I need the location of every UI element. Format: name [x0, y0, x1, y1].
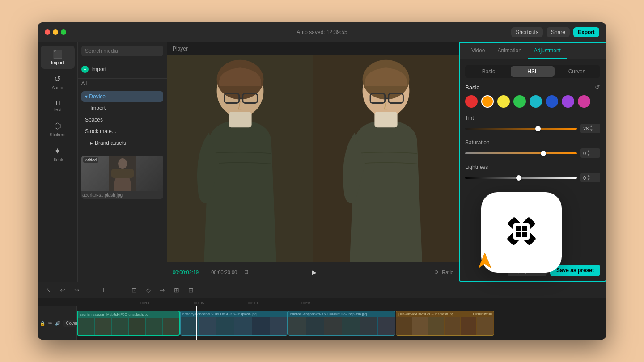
svg-point-1	[118, 158, 127, 169]
saturation-down-arrow[interactable]: ▼	[587, 153, 590, 157]
capcut-logo-container	[499, 209, 544, 256]
undo-button[interactable]: ↩	[57, 285, 68, 295]
select-tool[interactable]: ↖	[43, 285, 54, 295]
clips-container: aedrian-salazar-tMgbJsHjF0Q-unsplash.jpg…	[77, 310, 494, 337]
cursor-svg	[477, 251, 493, 270]
clip-3-label: michael-dagonakis-X60DyNMb9Lo-unsplash.j…	[290, 312, 367, 316]
flip-tool[interactable]: ⇔	[157, 285, 168, 295]
lightness-down-arrow[interactable]: ▼	[587, 178, 590, 181]
close-button[interactable]	[45, 29, 50, 35]
media-search-area	[78, 42, 167, 60]
svg-marker-21	[479, 253, 491, 268]
timeline-toolbar: ↖ ↩ ↪ ⊣ ⊢ ⊣ ⊡ ◇ ⇔ ⊞ ⊟	[38, 282, 606, 298]
tint-slider-container: 28 ▲ ▼	[465, 124, 600, 133]
color-circle-magenta[interactable]	[578, 95, 590, 108]
sub-tab-hsl[interactable]: HSL	[511, 66, 555, 77]
grid-icon: ⊞	[244, 269, 248, 275]
tab-adjustment[interactable]: Adjustment	[528, 43, 567, 59]
sidebar-tab-import[interactable]: ⬛ Import	[41, 46, 75, 69]
crop-tool[interactable]: ⊞	[171, 285, 182, 295]
sidebar-tab-text[interactable]: TI Text	[41, 96, 75, 116]
saturation-arrows: ▲ ▼	[587, 149, 590, 157]
added-badge: Added	[83, 157, 98, 163]
reset-button[interactable]: ↺	[595, 84, 600, 91]
clip-4[interactable]: julia-kim-ldAlhMvGrBI-unsplash.jpg 00:00…	[396, 311, 494, 336]
source-stock[interactable]: Stock mate...	[81, 126, 163, 137]
media-item[interactable]: Added aedrian-s...plash.jpg	[81, 156, 163, 199]
saturation-thumb[interactable]	[541, 151, 546, 156]
saturation-slider-container: 0 ▲ ▼	[465, 148, 600, 158]
lightness-up-arrow[interactable]: ▲	[587, 174, 590, 177]
media-sources: ▾ Device Import Spaces Stock mate... ▸ B…	[78, 88, 167, 152]
clip-4-duration: 00:00:05:00	[473, 312, 492, 316]
svg-rect-2	[111, 169, 134, 178]
color-circle-blue[interactable]	[546, 95, 558, 108]
tint-track[interactable]	[465, 128, 577, 130]
import-dot: +	[81, 66, 89, 73]
controls-right: ⊕ Ratio	[434, 269, 453, 275]
source-brand-assets[interactable]: ▸ Brand assets	[81, 138, 163, 148]
timeline-area: ↖ ↩ ↪ ⊣ ⊢ ⊣ ⊡ ◇ ⇔ ⊞ ⊟ 00:00 00:05 00:10 …	[38, 282, 606, 340]
transform-tool[interactable]: ⊟	[186, 285, 196, 295]
saturation-track[interactable]	[465, 152, 577, 154]
import-button[interactable]: + Import	[81, 64, 106, 75]
source-device[interactable]: ▾ Device	[81, 91, 163, 102]
lightness-label: Lightness	[465, 164, 600, 170]
tint-thumb[interactable]	[535, 126, 541, 131]
sidebar-tab-audio[interactable]: ↺ Audio	[41, 71, 75, 94]
ratio-button[interactable]: Ratio	[442, 269, 453, 275]
ruler-mark-1: 00:05	[194, 301, 248, 305]
share-button[interactable]: Share	[547, 27, 570, 37]
sidebar-tab-effects[interactable]: ✦ Effects	[41, 143, 75, 166]
lightness-slider-row: Lightness 0 ▲ ▼	[465, 164, 600, 182]
track-audio-icon[interactable]: 🔊	[55, 321, 60, 326]
lightness-track[interactable]	[465, 177, 577, 179]
color-circle-red[interactable]	[465, 95, 478, 108]
tab-animation[interactable]: Animation	[491, 43, 527, 59]
shortcuts-button[interactable]: Shortcuts	[511, 27, 543, 37]
svg-rect-25	[516, 226, 521, 231]
color-circle-cyan[interactable]	[530, 95, 542, 108]
media-item-name: aedrian-s...plash.jpg	[81, 191, 163, 199]
source-spaces[interactable]: Spaces	[81, 114, 163, 125]
color-circle-green[interactable]	[513, 95, 526, 108]
tab-video[interactable]: Video	[465, 43, 491, 59]
tint-up-arrow[interactable]: ▲	[589, 125, 593, 128]
total-time: 00:00:20:00	[211, 269, 237, 275]
trim-left-tool[interactable]: ⊢	[100, 285, 111, 295]
track-controls: ⊞ 🔒 👁 🔊 Cover	[38, 306, 77, 340]
maximize-button[interactable]	[61, 29, 66, 35]
source-import[interactable]: Import	[81, 103, 163, 114]
export-button[interactable]: Export	[573, 27, 599, 37]
media-filter: All	[78, 79, 167, 88]
sub-tabs: Basic HSL Curves	[465, 65, 600, 78]
search-input[interactable]	[81, 46, 163, 56]
sub-tab-curves[interactable]: Curves	[555, 66, 599, 77]
svg-rect-28	[522, 232, 527, 237]
track-eye-icon[interactable]: 👁	[48, 321, 52, 326]
snapshot-icon[interactable]: ⊕	[434, 269, 438, 275]
saturation-up-arrow[interactable]: ▲	[587, 149, 590, 153]
mark-tool[interactable]: ◇	[143, 285, 153, 295]
media-grid: Added aedrian-s...plash.jpg	[78, 152, 167, 282]
tint-down-arrow[interactable]: ▼	[589, 129, 593, 132]
minimize-button[interactable]	[53, 29, 58, 35]
media-nav: + Import	[78, 60, 167, 79]
delete-tool[interactable]: ⊡	[129, 285, 140, 295]
color-circle-yellow[interactable]	[497, 95, 510, 108]
clip-1[interactable]: aedrian-salazar-tMgbJsHjF0Q-unsplash.jpg	[77, 311, 180, 336]
sub-tab-basic[interactable]: Basic	[466, 66, 511, 77]
svg-rect-27	[516, 232, 521, 237]
player-controls: 00:00:02:19 00:00:20:00 ⊞ ▶ ⊕ Ratio	[167, 262, 459, 282]
arrow-icon: ▸	[90, 140, 93, 146]
trim-right-tool[interactable]: ⊣	[114, 285, 125, 295]
auto-saved-label: Auto saved: 12:39:55	[297, 29, 347, 35]
redo-button[interactable]: ↪	[72, 285, 82, 295]
sidebar-tab-stickers[interactable]: ⬡ Stickers	[41, 118, 75, 141]
clip-3[interactable]: michael-dagonakis-X60DyNMb9Lo-unsplash.j…	[288, 311, 395, 336]
color-circle-orange[interactable]	[481, 95, 494, 108]
lightness-thumb[interactable]	[516, 175, 521, 181]
play-button[interactable]: ▶	[308, 266, 321, 278]
split-tool[interactable]: ⊣	[86, 285, 97, 295]
color-circle-purple[interactable]	[562, 95, 574, 108]
